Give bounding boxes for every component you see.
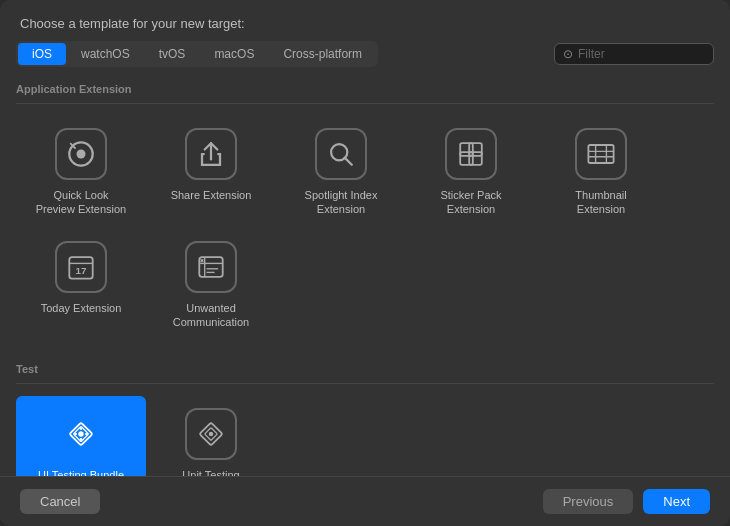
item-unwanted[interactable]: UnwantedCommunication: [146, 229, 276, 342]
quick-look-label: Quick LookPreview Extension: [36, 188, 127, 217]
cancel-button[interactable]: Cancel: [20, 489, 100, 514]
tab-cross-platform[interactable]: Cross-platform: [269, 43, 376, 65]
platform-tabs: iOS watchOS tvOS macOS Cross-platform: [16, 41, 378, 67]
svg-rect-5: [460, 143, 473, 156]
section-header-test: Test: [16, 357, 714, 384]
item-ui-testing[interactable]: UI Testing Bundle: [16, 396, 146, 476]
svg-point-27: [80, 427, 83, 430]
svg-text:17: 17: [76, 265, 87, 276]
ui-testing-label: UI Testing Bundle: [38, 468, 124, 476]
main-dialog: Choose a template for your new target: i…: [0, 0, 730, 526]
filter-input[interactable]: [578, 47, 705, 61]
svg-rect-7: [460, 152, 473, 165]
svg-rect-9: [588, 145, 613, 163]
section-header-app-extension: Application Extension: [16, 77, 714, 104]
filter-icon: ⊙: [563, 47, 573, 61]
tab-tvos[interactable]: tvOS: [145, 43, 200, 65]
svg-point-1: [77, 150, 86, 159]
share-icon: [185, 128, 237, 180]
item-spotlight[interactable]: Spotlight IndexExtension: [276, 116, 406, 229]
app-extension-grid: Quick LookPreview Extension Share Extens…: [16, 116, 714, 341]
item-unit-testing[interactable]: Unit Testing: [146, 396, 276, 476]
item-share[interactable]: Share Extension: [146, 116, 276, 229]
today-icon: 17: [55, 241, 107, 293]
svg-point-30: [85, 433, 88, 436]
next-button[interactable]: Next: [643, 489, 710, 514]
test-grid: UI Testing Bundle Unit Testing: [16, 396, 714, 476]
unit-testing-icon: [185, 408, 237, 460]
sticker-icon: [445, 128, 497, 180]
content-area: Application Extension Quick LookPreview …: [0, 77, 730, 476]
spotlight-label: Spotlight IndexExtension: [305, 188, 378, 217]
spotlight-icon: [315, 128, 367, 180]
svg-point-28: [80, 438, 83, 441]
footer-left: Cancel: [20, 489, 100, 514]
tab-macos[interactable]: macOS: [200, 43, 268, 65]
unwanted-icon: [185, 241, 237, 293]
tab-ios[interactable]: iOS: [18, 43, 66, 65]
tab-bar: iOS watchOS tvOS macOS Cross-platform ⊙: [0, 41, 730, 77]
svg-line-4: [345, 158, 352, 165]
svg-point-33: [209, 432, 214, 437]
tab-watchos[interactable]: watchOS: [67, 43, 144, 65]
thumbnail-label: ThumbnailExtension: [575, 188, 626, 217]
thumbnail-icon: [575, 128, 627, 180]
sticker-label: Sticker PackExtension: [440, 188, 501, 217]
footer: Cancel Previous Next: [0, 476, 730, 526]
item-sticker[interactable]: Sticker PackExtension: [406, 116, 536, 229]
share-label: Share Extension: [171, 188, 252, 202]
unwanted-label: UnwantedCommunication: [173, 301, 249, 330]
ui-testing-icon: [55, 408, 107, 460]
quick-look-icon: [55, 128, 107, 180]
dialog-title: Choose a template for your new target:: [0, 0, 730, 41]
svg-point-29: [74, 433, 77, 436]
svg-rect-6: [469, 143, 482, 156]
today-label: Today Extension: [41, 301, 122, 315]
item-thumbnail[interactable]: ThumbnailExtension: [536, 116, 666, 229]
item-today[interactable]: 17 Today Extension: [16, 229, 146, 342]
svg-point-26: [78, 431, 83, 436]
unit-testing-label: Unit Testing: [182, 468, 239, 476]
footer-right: Previous Next: [543, 489, 710, 514]
item-quick-look[interactable]: Quick LookPreview Extension: [16, 116, 146, 229]
filter-box: ⊙: [554, 43, 714, 65]
previous-button[interactable]: Previous: [543, 489, 634, 514]
svg-rect-8: [469, 152, 482, 165]
